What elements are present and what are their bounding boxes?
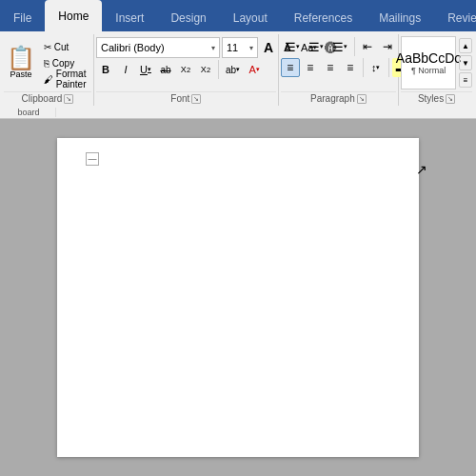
numbering-button[interactable]: ☰▾ xyxy=(305,37,327,56)
font-color-arrow: ▾ xyxy=(256,66,260,73)
tab-layout[interactable]: Layout xyxy=(220,5,281,31)
multilevel-button[interactable]: ☰▾ xyxy=(328,37,351,56)
font-size-dropdown-arrow: ▾ xyxy=(249,44,253,52)
highlight-arrow: ▾ xyxy=(236,66,240,73)
styles-gallery: AaBbCcDc ¶ Normal xyxy=(401,36,456,89)
tab-review[interactable]: Review xyxy=(434,5,476,31)
paste-label: Paste xyxy=(10,69,32,79)
styles-expand-button[interactable]: ↘ xyxy=(446,94,455,104)
clipboard-label: Clipboard ↘ xyxy=(4,91,91,106)
increase-indent-button[interactable]: ⇥ xyxy=(378,37,397,56)
font-section: Calibri (Body) ▾ 11 ▾ A A Aa▾ 🅐 xyxy=(94,34,279,106)
underline-arrow: ▾ xyxy=(148,66,151,73)
gallery-nav: ▲ ▼ ≡ xyxy=(459,38,472,88)
page-collapse-indicator: — xyxy=(86,152,99,166)
style-normal[interactable]: AaBbCcDc ¶ Normal xyxy=(401,36,456,89)
section-labels-strip: board xyxy=(0,106,476,119)
tab-references[interactable]: References xyxy=(281,5,366,31)
font-name-dropdown-arrow: ▾ xyxy=(211,44,215,52)
bold-button[interactable]: B xyxy=(96,60,115,79)
line-spacing-button[interactable]: ↕▾ xyxy=(367,58,386,77)
strikethrough-button[interactable]: ab xyxy=(156,60,175,79)
gallery-prev-button[interactable]: ▲ xyxy=(459,38,472,53)
underline-button[interactable]: U ▾ xyxy=(136,60,155,79)
paragraph-expand-button[interactable]: ↘ xyxy=(357,94,367,104)
tab-insert[interactable]: Insert xyxy=(102,5,157,31)
scissors-icon: ✂ xyxy=(44,42,51,52)
tab-mailings[interactable]: Mailings xyxy=(366,5,434,31)
decrease-indent-button[interactable]: ⇤ xyxy=(358,37,377,56)
italic-button[interactable]: I xyxy=(116,60,135,79)
ribbon: 📋 Paste ✂ Cut ⎘ Copy 🖌 Format Paint xyxy=(0,31,476,106)
styles-label: Styles ↘ xyxy=(401,91,472,106)
gallery-more-button[interactable]: ≡ xyxy=(459,72,472,88)
paste-button[interactable]: 📋 Paste xyxy=(4,38,38,88)
font-name-input[interactable]: Calibri (Body) ▾ xyxy=(96,37,220,58)
paragraph-label: Paragraph ↘ xyxy=(281,91,396,106)
clipboard-section: 📋 Paste ✂ Cut ⎘ Copy 🖌 Format Paint xyxy=(2,34,94,106)
align-left-button[interactable]: ≡ xyxy=(281,58,300,77)
styles-section: AaBbCcDc ¶ Normal ▲ ▼ ≡ Styles ↘ xyxy=(399,34,474,106)
subscript-button[interactable]: X2 xyxy=(176,60,195,79)
text-highlight-button[interactable]: ab ▾ xyxy=(222,60,244,79)
tab-file[interactable]: File xyxy=(0,5,45,31)
style-normal-label: ¶ Normal xyxy=(411,66,446,75)
font-color-button[interactable]: A ▾ xyxy=(245,60,264,79)
cut-button[interactable]: ✂ Cut xyxy=(40,39,91,54)
style-normal-text: AaBbCcDc xyxy=(396,50,461,66)
font-size-input[interactable]: 11 ▾ xyxy=(222,37,258,58)
tab-design[interactable]: Design xyxy=(157,5,219,31)
justify-button[interactable]: ≡ xyxy=(341,58,360,77)
font-expand-button[interactable]: ↘ xyxy=(191,94,201,104)
font-label: Font ↘ xyxy=(96,91,276,106)
paragraph-section: ☰▾ ☰▾ ☰▾ ⇤ ⇥ ↕A ¶ ≡ ≡ ≡ ≡ xyxy=(279,34,399,106)
tab-home[interactable]: Home xyxy=(45,0,102,31)
format-painter-button[interactable]: 🖌 Format Painter xyxy=(40,71,91,87)
document-area: — ↗ xyxy=(0,119,476,476)
bullets-button[interactable]: ☰▾ xyxy=(281,37,304,56)
paint-brush-icon: 🖌 xyxy=(44,74,53,85)
document-page[interactable]: — xyxy=(57,138,419,457)
grow-font-button[interactable]: A xyxy=(260,38,277,57)
copy-icon: ⎘ xyxy=(44,58,50,69)
superscript-button[interactable]: X2 xyxy=(196,60,215,79)
ribbon-tab-bar: File Home Insert Design Layout Reference… xyxy=(0,0,476,31)
clipboard-strip-label: board xyxy=(2,108,56,117)
align-center-button[interactable]: ≡ xyxy=(301,58,320,77)
gallery-next-button[interactable]: ▼ xyxy=(459,55,472,70)
paste-icon: 📋 xyxy=(7,47,35,69)
clipboard-expand-button[interactable]: ↘ xyxy=(64,94,73,104)
align-right-button[interactable]: ≡ xyxy=(321,58,340,77)
